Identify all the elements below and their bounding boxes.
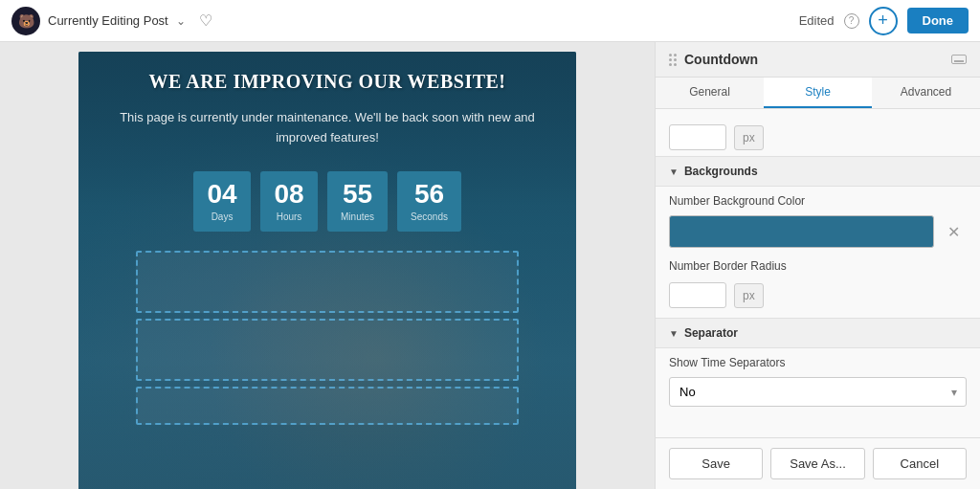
countdown-seconds: 56 Seconds: [397, 171, 461, 232]
page-subtitle: This page is currently under maintenance…: [107, 108, 547, 148]
spacing-field-row: 10 px: [656, 119, 980, 156]
add-button[interactable]: +: [869, 7, 898, 35]
logo-emoji: 🐻: [18, 13, 34, 29]
topbar-left: 🐻 Currently Editing Post ⌄ ♡: [11, 7, 212, 35]
seconds-value: 56: [411, 181, 448, 208]
placeholder-row-2: [136, 319, 519, 381]
editing-title: Currently Editing Post: [48, 13, 168, 28]
minimize-button[interactable]: [951, 55, 967, 64]
save-button[interactable]: Save: [669, 448, 763, 479]
separator-chevron-icon: ▼: [669, 328, 679, 339]
save-as-button[interactable]: Save As...: [770, 448, 864, 479]
panel-body: 10 px ▼ Backgrounds Number Background Co…: [656, 109, 980, 437]
done-button[interactable]: Done: [907, 8, 969, 33]
placeholder-row-1: [136, 251, 519, 313]
border-radius-row: 0 px: [656, 277, 980, 314]
separator-section: ▼ Separator Show Time Separators No Yes: [656, 318, 980, 414]
border-radius-unit: px: [734, 283, 764, 308]
page-title: WE ARE IMPROVING OUR WEBSITE!: [107, 71, 547, 93]
bell-icon[interactable]: ♡: [199, 11, 212, 30]
drag-handle[interactable]: [669, 54, 677, 66]
tab-advanced[interactable]: Advanced: [872, 78, 980, 108]
countdown-hours: 08 Hours: [260, 171, 318, 232]
hours-value: 08: [274, 181, 304, 208]
main-content: WE ARE IMPROVING OUR WEBSITE! This page …: [0, 42, 980, 489]
countdown-minutes: 55 Minutes: [327, 171, 388, 232]
countdown-days: 04 Days: [193, 171, 251, 232]
border-radius-input[interactable]: 0: [669, 282, 726, 308]
spacing-unit: px: [734, 125, 764, 150]
panel-tabs: General Style Advanced: [656, 78, 980, 109]
countdown-boxes: 04 Days 08 Hours 55 Minutes 56 Seconds: [107, 171, 547, 232]
panel-header-left: Countdown: [669, 52, 758, 67]
right-panel: Countdown General Style Advanced 10 px ▼…: [655, 42, 980, 489]
cancel-button[interactable]: Cancel: [873, 448, 967, 479]
border-radius-label: Number Border Radius: [656, 252, 980, 277]
show-separators-select-row: No Yes: [656, 373, 980, 414]
chevron-down-icon[interactable]: ⌄: [176, 14, 186, 28]
panel-footer: Save Save As... Cancel: [656, 437, 980, 489]
help-icon[interactable]: ?: [844, 13, 859, 29]
color-swatch[interactable]: [669, 215, 934, 248]
days-value: 04: [207, 181, 237, 208]
hours-label: Hours: [274, 211, 304, 222]
placeholder-row-3: [136, 387, 519, 425]
backgrounds-chevron-icon: ▼: [669, 167, 679, 177]
show-separators-label: Show Time Separators: [656, 348, 980, 373]
days-label: Days: [207, 211, 237, 222]
tab-style[interactable]: Style: [764, 78, 872, 108]
canvas-area: WE ARE IMPROVING OUR WEBSITE! This page …: [0, 42, 655, 489]
edited-status: Edited: [799, 13, 835, 28]
spacing-input[interactable]: 10: [669, 124, 726, 150]
page-preview: WE ARE IMPROVING OUR WEBSITE! This page …: [78, 52, 576, 489]
minutes-label: Minutes: [341, 211, 374, 222]
backgrounds-section-header[interactable]: ▼ Backgrounds: [656, 156, 980, 187]
panel-title: Countdown: [684, 52, 758, 67]
color-field-row: ✕: [656, 211, 980, 252]
topbar-right: Edited ? + Done: [799, 7, 969, 35]
preview-content: WE ARE IMPROVING OUR WEBSITE! This page …: [78, 52, 576, 450]
number-bg-color-label: Number Background Color: [656, 187, 980, 211]
show-separators-select[interactable]: No Yes: [669, 377, 967, 407]
separator-section-header[interactable]: ▼ Separator: [656, 318, 980, 348]
minutes-value: 55: [341, 181, 374, 208]
select-wrapper: No Yes: [669, 377, 967, 407]
separator-section-title: Separator: [684, 326, 738, 340]
color-clear-icon[interactable]: ✕: [940, 218, 967, 245]
seconds-label: Seconds: [411, 211, 448, 222]
app-logo: 🐻: [11, 7, 40, 35]
panel-header: Countdown: [656, 42, 980, 78]
tab-general[interactable]: General: [656, 78, 764, 108]
backgrounds-section-title: Backgrounds: [684, 165, 758, 178]
topbar: 🐻 Currently Editing Post ⌄ ♡ Edited ? + …: [0, 0, 980, 42]
